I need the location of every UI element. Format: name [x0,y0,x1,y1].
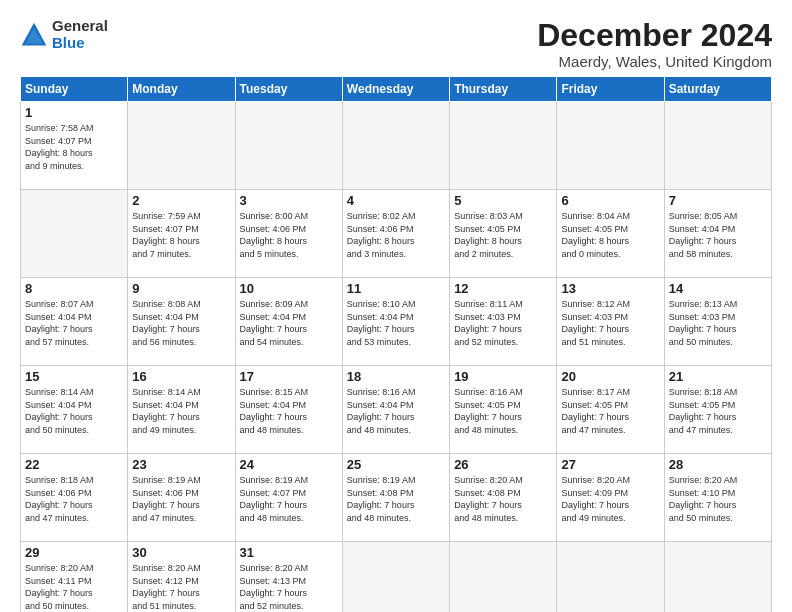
day-number: 20 [561,369,659,384]
calendar-week-0: 1Sunrise: 7:58 AMSunset: 4:07 PMDaylight… [21,102,772,190]
calendar-cell: 21Sunrise: 8:18 AMSunset: 4:05 PMDayligh… [664,366,771,454]
calendar-cell: 17Sunrise: 8:15 AMSunset: 4:04 PMDayligh… [235,366,342,454]
day-number: 4 [347,193,445,208]
day-number: 27 [561,457,659,472]
calendar-cell: 19Sunrise: 8:16 AMSunset: 4:05 PMDayligh… [450,366,557,454]
calendar-cell: 27Sunrise: 8:20 AMSunset: 4:09 PMDayligh… [557,454,664,542]
calendar-cell: 16Sunrise: 8:14 AMSunset: 4:04 PMDayligh… [128,366,235,454]
calendar-cell [128,102,235,190]
calendar-cell: 31Sunrise: 8:20 AMSunset: 4:13 PMDayligh… [235,542,342,612]
calendar-cell [342,542,449,612]
day-number: 14 [669,281,767,296]
calendar-cell: 30Sunrise: 8:20 AMSunset: 4:12 PMDayligh… [128,542,235,612]
day-info: Sunrise: 8:07 AMSunset: 4:04 PMDaylight:… [25,299,94,347]
day-info: Sunrise: 8:20 AMSunset: 4:08 PMDaylight:… [454,475,523,523]
day-number: 9 [132,281,230,296]
col-tuesday: Tuesday [235,77,342,102]
calendar-cell: 9Sunrise: 8:08 AMSunset: 4:04 PMDaylight… [128,278,235,366]
calendar-cell [557,102,664,190]
day-number: 13 [561,281,659,296]
day-number: 17 [240,369,338,384]
day-number: 6 [561,193,659,208]
day-number: 21 [669,369,767,384]
day-info: Sunrise: 8:20 AMSunset: 4:12 PMDaylight:… [132,563,201,611]
col-thursday: Thursday [450,77,557,102]
day-number: 26 [454,457,552,472]
day-info: Sunrise: 8:16 AMSunset: 4:04 PMDaylight:… [347,387,416,435]
day-info: Sunrise: 8:10 AMSunset: 4:04 PMDaylight:… [347,299,416,347]
col-saturday: Saturday [664,77,771,102]
day-number: 24 [240,457,338,472]
day-info: Sunrise: 8:08 AMSunset: 4:04 PMDaylight:… [132,299,201,347]
day-info: Sunrise: 8:14 AMSunset: 4:04 PMDaylight:… [132,387,201,435]
day-number: 12 [454,281,552,296]
day-number: 1 [25,105,123,120]
calendar-cell [450,102,557,190]
logo-blue-text: Blue [52,35,108,52]
calendar-cell: 20Sunrise: 8:17 AMSunset: 4:05 PMDayligh… [557,366,664,454]
location: Maerdy, Wales, United Kingdom [537,53,772,70]
calendar-cell: 18Sunrise: 8:16 AMSunset: 4:04 PMDayligh… [342,366,449,454]
day-info: Sunrise: 8:14 AMSunset: 4:04 PMDaylight:… [25,387,94,435]
calendar-cell: 2Sunrise: 7:59 AMSunset: 4:07 PMDaylight… [128,190,235,278]
calendar-cell: 23Sunrise: 8:19 AMSunset: 4:06 PMDayligh… [128,454,235,542]
day-number: 2 [132,193,230,208]
calendar-cell: 24Sunrise: 8:19 AMSunset: 4:07 PMDayligh… [235,454,342,542]
logo-icon [20,21,48,49]
col-sunday: Sunday [21,77,128,102]
day-number: 18 [347,369,445,384]
day-info: Sunrise: 8:20 AMSunset: 4:11 PMDaylight:… [25,563,94,611]
calendar-cell: 25Sunrise: 8:19 AMSunset: 4:08 PMDayligh… [342,454,449,542]
day-info: Sunrise: 8:09 AMSunset: 4:04 PMDaylight:… [240,299,309,347]
day-info: Sunrise: 8:12 AMSunset: 4:03 PMDaylight:… [561,299,630,347]
calendar-week-5: 29Sunrise: 8:20 AMSunset: 4:11 PMDayligh… [21,542,772,612]
day-number: 15 [25,369,123,384]
day-number: 22 [25,457,123,472]
calendar-cell: 26Sunrise: 8:20 AMSunset: 4:08 PMDayligh… [450,454,557,542]
day-info: Sunrise: 8:11 AMSunset: 4:03 PMDaylight:… [454,299,523,347]
calendar: Sunday Monday Tuesday Wednesday Thursday… [20,76,772,612]
day-info: Sunrise: 8:15 AMSunset: 4:04 PMDaylight:… [240,387,309,435]
calendar-cell: 14Sunrise: 8:13 AMSunset: 4:03 PMDayligh… [664,278,771,366]
calendar-header-row: Sunday Monday Tuesday Wednesday Thursday… [21,77,772,102]
day-info: Sunrise: 8:19 AMSunset: 4:06 PMDaylight:… [132,475,201,523]
calendar-week-3: 15Sunrise: 8:14 AMSunset: 4:04 PMDayligh… [21,366,772,454]
day-info: Sunrise: 8:18 AMSunset: 4:06 PMDaylight:… [25,475,94,523]
day-info: Sunrise: 8:13 AMSunset: 4:03 PMDaylight:… [669,299,738,347]
day-info: Sunrise: 8:19 AMSunset: 4:07 PMDaylight:… [240,475,309,523]
day-number: 30 [132,545,230,560]
calendar-week-2: 8Sunrise: 8:07 AMSunset: 4:04 PMDaylight… [21,278,772,366]
calendar-cell [342,102,449,190]
calendar-cell: 22Sunrise: 8:18 AMSunset: 4:06 PMDayligh… [21,454,128,542]
calendar-cell: 13Sunrise: 8:12 AMSunset: 4:03 PMDayligh… [557,278,664,366]
calendar-cell: 29Sunrise: 8:20 AMSunset: 4:11 PMDayligh… [21,542,128,612]
header: General Blue December 2024 Maerdy, Wales… [20,18,772,70]
calendar-cell: 15Sunrise: 8:14 AMSunset: 4:04 PMDayligh… [21,366,128,454]
calendar-cell: 3Sunrise: 8:00 AMSunset: 4:06 PMDaylight… [235,190,342,278]
calendar-cell: 1Sunrise: 7:58 AMSunset: 4:07 PMDaylight… [21,102,128,190]
calendar-cell: 8Sunrise: 8:07 AMSunset: 4:04 PMDaylight… [21,278,128,366]
day-info: Sunrise: 8:16 AMSunset: 4:05 PMDaylight:… [454,387,523,435]
calendar-cell [235,102,342,190]
day-info: Sunrise: 8:19 AMSunset: 4:08 PMDaylight:… [347,475,416,523]
day-info: Sunrise: 8:04 AMSunset: 4:05 PMDaylight:… [561,211,630,259]
day-info: Sunrise: 7:58 AMSunset: 4:07 PMDaylight:… [25,123,94,171]
page: General Blue December 2024 Maerdy, Wales… [0,0,792,612]
day-info: Sunrise: 8:17 AMSunset: 4:05 PMDaylight:… [561,387,630,435]
day-number: 31 [240,545,338,560]
col-wednesday: Wednesday [342,77,449,102]
calendar-cell: 5Sunrise: 8:03 AMSunset: 4:05 PMDaylight… [450,190,557,278]
day-number: 19 [454,369,552,384]
calendar-cell: 4Sunrise: 8:02 AMSunset: 4:06 PMDaylight… [342,190,449,278]
calendar-cell: 7Sunrise: 8:05 AMSunset: 4:04 PMDaylight… [664,190,771,278]
col-friday: Friday [557,77,664,102]
calendar-cell [664,542,771,612]
day-info: Sunrise: 7:59 AMSunset: 4:07 PMDaylight:… [132,211,201,259]
calendar-cell: 12Sunrise: 8:11 AMSunset: 4:03 PMDayligh… [450,278,557,366]
month-title: December 2024 [537,18,772,53]
day-number: 5 [454,193,552,208]
day-number: 7 [669,193,767,208]
calendar-week-4: 22Sunrise: 8:18 AMSunset: 4:06 PMDayligh… [21,454,772,542]
title-area: December 2024 Maerdy, Wales, United King… [537,18,772,70]
col-monday: Monday [128,77,235,102]
